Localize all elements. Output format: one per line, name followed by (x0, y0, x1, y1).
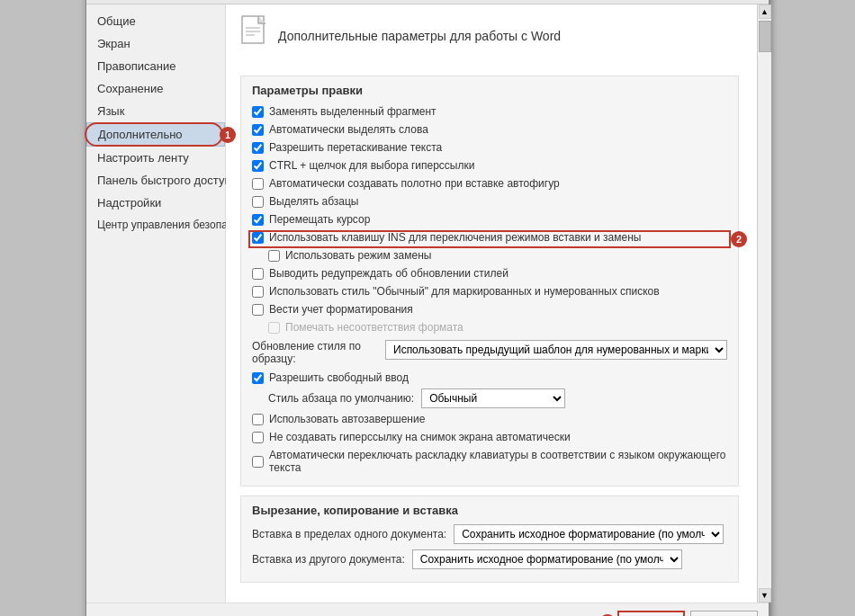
ok-btn-wrapper: 3 OK (617, 611, 685, 616)
cb-select-para: Выделять абзацы (252, 194, 727, 209)
scrollbar-up-btn[interactable]: ▲ (759, 4, 771, 19)
cb-ctrl-click: CTRL + щелчок для выбора гиперссылки (252, 158, 727, 173)
badge-2: 2 (731, 231, 747, 247)
cb-auto-select-input[interactable] (252, 124, 264, 136)
sidebar-item-display[interactable]: Экран (86, 32, 225, 55)
dialog-window: Параметры Word ? ✕ Общие Экран Правописа… (86, 0, 770, 616)
sidebar-item-advanced[interactable]: Дополнительно (86, 122, 225, 147)
paste-within-doc-select[interactable]: Сохранить исходное форматирование (по ум… (454, 524, 724, 544)
scrollbar-thumb[interactable] (759, 21, 771, 52)
cb-ctrl-click-label[interactable]: CTRL + щелчок для выбора гиперссылки (269, 159, 474, 172)
section-editing: Параметры правки Заменять выделенный фра… (240, 76, 739, 487)
cb-normal-style-input[interactable] (252, 286, 264, 298)
paste-other-doc-row: Вставка из другого документа: Сохранить … (252, 549, 727, 569)
dialog-body: Общие Экран Правописание Сохранение Язык… (86, 4, 769, 603)
cb-free-input-label[interactable]: Разрешить свободный ввод (269, 371, 409, 384)
cb-track-format-input[interactable] (252, 304, 264, 316)
paste-other-doc-label: Вставка из другого документа: (252, 553, 405, 566)
cb-mark-mismatch: Помечать несоответствия формата (268, 320, 727, 335)
sidebar-item-advanced-wrapper: Дополнительно 1 (86, 122, 225, 147)
cb-replace-selection-label[interactable]: Заменять выделенный фрагмент (269, 105, 436, 118)
ok-button[interactable]: OK (617, 611, 685, 616)
cb-move-cursor-input[interactable] (252, 214, 264, 226)
paste-within-doc-row: Вставка в пределах одного документа: Сох… (252, 524, 727, 544)
para-style-label: Стиль абзаца по умолчанию: (268, 392, 414, 405)
cb-ins-key-input[interactable] (252, 232, 264, 244)
style-update-row: Обновление стиля пообразцу: Использовать… (252, 340, 727, 365)
cb-replace-selection: Заменять выделенный фрагмент (252, 104, 727, 119)
cb-prompt-update-label[interactable]: Выводить редупреждать об обновлении стил… (269, 267, 508, 280)
cb-replace-selection-input[interactable] (252, 106, 264, 118)
sidebar-item-proofing[interactable]: Правописание (86, 55, 225, 77)
cb-allow-drag: Разрешить перетаскивание текста (252, 140, 727, 155)
cb-normal-style-label[interactable]: Использовать стиль "Обычный" для маркиро… (269, 285, 660, 298)
cb-ctrl-click-input[interactable] (252, 160, 264, 172)
cb-select-para-label[interactable]: Выделять абзацы (269, 195, 358, 208)
sidebar: Общие Экран Правописание Сохранение Язык… (86, 4, 226, 603)
cb-auto-keyboard-input[interactable] (252, 456, 264, 468)
cb-move-cursor: Перемещать курсор (252, 212, 727, 227)
sidebar-item-trustcenter[interactable]: Центр управления безопасностью (86, 214, 225, 236)
style-update-select[interactable]: Использовать предыдущий шаблон для нумер… (385, 340, 727, 360)
cb-free-input: Разрешить свободный ввод (252, 370, 727, 385)
para-style-select[interactable]: Обычный (421, 388, 565, 408)
sidebar-item-quickaccess[interactable]: Панель быстрого доступа (86, 169, 225, 192)
cb-auto-canvas-label[interactable]: Автоматически создавать полотно при вста… (269, 177, 560, 190)
cb-no-hyperlink-input[interactable] (252, 432, 264, 443)
cb-select-para-input[interactable] (252, 196, 264, 208)
section-editing-label: Параметры правки (252, 84, 727, 97)
section-cutpaste: Вырезание, копирование и вставка Вставка… (240, 495, 739, 583)
cb-ins-key-label[interactable]: Использовать клавишу INS для переключени… (269, 231, 641, 244)
cb-mark-mismatch-label: Помечать несоответствия формата (285, 321, 464, 334)
cb-auto-select: Автоматически выделять слова (252, 122, 727, 137)
cb-prompt-update-input[interactable] (252, 268, 264, 280)
sidebar-item-save[interactable]: Сохранение (86, 77, 225, 100)
cb-free-input-input[interactable] (252, 372, 264, 384)
cb-autocomplete: Использовать автозавершение (252, 412, 727, 426)
cb-track-format: Вести учет форматирования (252, 302, 727, 317)
cb-prompt-update: Выводить редупреждать об обновлении стил… (252, 266, 727, 281)
style-update-label: Обновление стиля пообразцу: (252, 340, 378, 365)
cb-auto-select-label[interactable]: Автоматически выделять слова (269, 123, 428, 136)
paste-within-doc-label: Вставка в пределах одного документа: (252, 528, 446, 540)
cb-allow-drag-label[interactable]: Разрешить перетаскивание текста (269, 141, 442, 154)
scrollbar-down-btn[interactable]: ▼ (759, 588, 771, 603)
badge-1: 1 (220, 127, 236, 143)
dialog-footer: 3 OK Отмена (86, 603, 769, 616)
sidebar-item-addins[interactable]: Надстройки (86, 192, 225, 214)
cb-autocomplete-label[interactable]: Использовать автозавершение (269, 413, 425, 425)
cb-overtype-input[interactable] (268, 250, 280, 262)
sidebar-item-customize[interactable]: Настроить ленту (86, 147, 225, 169)
vertical-scrollbar: ▲ ▼ (757, 4, 771, 603)
cb-auto-canvas-input[interactable] (252, 178, 264, 190)
cb-auto-canvas: Автоматически создавать полотно при вста… (252, 176, 727, 191)
cb-auto-keyboard: Автоматически переключать раскладку клав… (252, 448, 727, 475)
main-header: Дополнительные параметры для работы с Wo… (240, 15, 739, 63)
main-title: Дополнительные параметры для работы с Wo… (278, 29, 561, 43)
main-content: Дополнительные параметры для работы с Wo… (226, 4, 757, 603)
sidebar-item-general[interactable]: Общие (86, 10, 225, 32)
section-cutpaste-label: Вырезание, копирование и вставка (252, 504, 727, 517)
cb-track-format-label[interactable]: Вести учет форматирования (269, 303, 413, 316)
paste-other-doc-select[interactable]: Сохранить исходное форматирование (по ум… (412, 549, 682, 569)
cb-no-hyperlink: Не создавать гиперссылку на снимок экран… (252, 430, 727, 444)
cb-ins-key-wrapper: Использовать клавишу INS для переключени… (252, 230, 727, 248)
sidebar-item-language[interactable]: Язык (86, 100, 225, 122)
cb-ins-key: Использовать клавишу INS для переключени… (252, 230, 727, 245)
cb-overtype-label[interactable]: Использовать режим замены (285, 249, 431, 262)
cb-mark-mismatch-input (268, 322, 280, 334)
cb-no-hyperlink-label[interactable]: Не создавать гиперссылку на снимок экран… (269, 431, 571, 443)
cb-normal-style: Использовать стиль "Обычный" для маркиро… (252, 284, 727, 299)
cb-allow-drag-input[interactable] (252, 142, 264, 154)
cb-autocomplete-input[interactable] (252, 414, 264, 425)
cancel-button[interactable]: Отмена (690, 611, 758, 616)
main-content-wrapper: Дополнительные параметры для работы с Wo… (226, 4, 771, 603)
para-style-row: Стиль абзаца по умолчанию: Обычный (268, 388, 727, 408)
cb-overtype: Использовать режим замены (268, 248, 727, 263)
cb-move-cursor-label[interactable]: Перемещать курсор (269, 213, 370, 226)
doc-icon (240, 15, 269, 56)
cb-auto-keyboard-label[interactable]: Автоматически переключать раскладку клав… (269, 449, 727, 474)
